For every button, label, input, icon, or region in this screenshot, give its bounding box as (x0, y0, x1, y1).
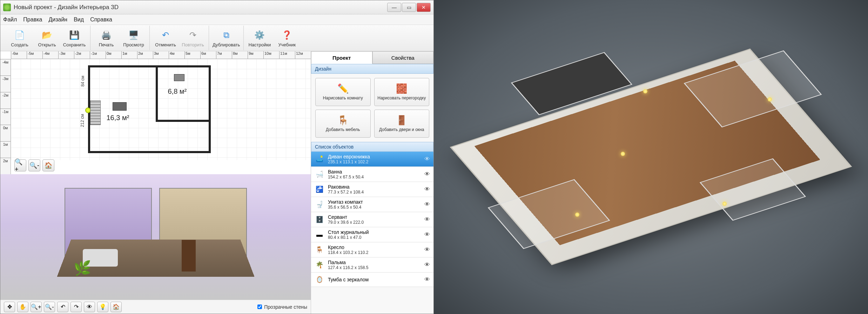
furniture-shelf[interactable] (90, 100, 101, 125)
undo-icon: ↶ (159, 29, 172, 41)
plan-2d-view[interactable]: -6м-5м-4м-3м-2м-1м0м1м2м3м4м5м6м7м8м9м10… (0, 51, 311, 174)
window-controls: — ▭ ✕ (387, 3, 431, 12)
visibility-icon[interactable]: 👁 (424, 186, 430, 192)
draw-wall-button[interactable]: 🧱 Нарисовать перегородку (374, 78, 430, 106)
object-icon: 🛋️ (315, 154, 324, 164)
gear-icon: ⚙️ (253, 29, 266, 41)
object-list-item[interactable]: ▬Стол журнальный80.4 x 80.1 x 47.0👁 (311, 227, 433, 242)
draw-room-button[interactable]: ✏️ Нарисовать комнату (315, 78, 371, 106)
object-list-item[interactable]: 🌴Пальма127.4 x 116.2 x 158.5👁 (311, 257, 433, 273)
visibility-icon[interactable]: 👁 (424, 216, 430, 223)
help-icon: ❓ (281, 29, 293, 41)
home-button[interactable]: 🏠 (42, 159, 54, 171)
menu-help[interactable]: Справка (90, 17, 112, 23)
object-list-item[interactable]: 🗄️Сервант79.0 x 39.6 x 222.0👁 (311, 212, 433, 227)
ruler-tick: -2м (74, 51, 90, 59)
view-3d[interactable]: 🌿 (0, 174, 311, 300)
menu-edit[interactable]: Правка (23, 17, 42, 23)
app-window: Новый проект - Дизайн Интерьера 3D — ▭ ✕… (0, 0, 434, 314)
object-name: Раковина (328, 184, 421, 190)
ruler-tick: 4м (169, 51, 184, 59)
toolbar-save[interactable]: 💾 Сохранить (62, 29, 87, 47)
ruler-tick: 2м (137, 51, 153, 59)
minimize-button[interactable]: — (387, 3, 401, 12)
visibility-icon[interactable]: 👁 (424, 231, 430, 238)
ruler-tick: 2м (0, 158, 11, 174)
tab-properties[interactable]: Свойства (372, 51, 434, 64)
chair-icon: 🪑 (337, 115, 349, 126)
object-icon: 🌴 (315, 260, 324, 270)
object-dimensions: 235.1 x 113.1 x 102.2 (328, 159, 421, 164)
tool-eye[interactable]: 👁 (84, 302, 95, 312)
tool-pan[interactable]: ✋ (17, 302, 28, 312)
maximize-button[interactable]: ▭ (402, 3, 416, 12)
zoom-out-button[interactable]: 🔍- (28, 159, 40, 171)
tool-rotate-left[interactable]: ↶ (57, 302, 68, 312)
ruler-vertical: -4м-3м-2м-1м0м1м2м (0, 59, 11, 174)
wall[interactable] (88, 151, 211, 153)
object-name: Пальма (328, 260, 421, 265)
wall[interactable] (156, 65, 158, 120)
tool-home[interactable]: 🏠 (110, 302, 122, 312)
visibility-icon[interactable]: 👁 (424, 156, 430, 162)
toolbar-undo[interactable]: ↶ Отменить (153, 29, 178, 47)
tool-cursor[interactable]: ✥ (4, 302, 15, 312)
add-furniture-button[interactable]: 🪑 Добавить мебель (315, 110, 371, 138)
toolbar-print[interactable]: 🖨️ Печать (94, 29, 119, 47)
ruler-tick: -1м (0, 109, 11, 125)
add-doors-button[interactable]: 🚪 Добавить двери и окна (374, 110, 430, 138)
wall[interactable] (88, 65, 211, 67)
object-text: Сервант79.0 x 39.6 x 222.0 (328, 214, 421, 225)
toolbar-duplicate[interactable]: ⧉ Дублировать (213, 29, 240, 47)
toolbar-settings[interactable]: ⚙️ Настройки (247, 29, 272, 47)
tool-rotate-right[interactable]: ↷ (70, 302, 82, 312)
visibility-icon[interactable]: 👁 (424, 262, 430, 268)
object-list-item[interactable]: 🚰Раковина77.3 x 57.2 x 108.4👁 (311, 182, 433, 197)
tool-zoom-in[interactable]: 🔍+ (31, 302, 42, 312)
object-dimensions: 127.4 x 116.2 x 158.5 (328, 265, 421, 270)
ruler-horizontal: -6м-5м-4м-3м-2м-1м0м1м2м3м4м5м6м7м8м9м10… (11, 51, 311, 59)
furniture-bath[interactable] (174, 74, 184, 81)
tool-zoom-out[interactable]: 🔍- (44, 302, 55, 312)
menubar: Файл Правка Дизайн Вид Справка (0, 14, 433, 25)
object-list-item[interactable]: 🛁Ванна154.2 x 67.5 x 50.4👁 (311, 167, 433, 182)
wall[interactable] (156, 120, 211, 122)
furniture-sofa[interactable] (113, 102, 127, 111)
toolbar-tutorial[interactable]: ❓ Учебник (275, 29, 299, 47)
tool-light[interactable]: 💡 (97, 302, 108, 312)
object-text: Тумба с зеркалом (328, 277, 421, 282)
tab-project[interactable]: Проект (311, 51, 372, 64)
visibility-icon[interactable]: 👁 (424, 171, 430, 177)
brick-icon: 🧱 (396, 83, 407, 94)
object-text: Ванна154.2 x 67.5 x 50.4 (328, 169, 421, 179)
design-buttons: ✏️ Нарисовать комнату 🧱 Нарисовать перег… (311, 74, 433, 142)
section-design-header: Дизайн (311, 64, 433, 74)
visibility-icon[interactable]: 👁 (424, 201, 430, 208)
visibility-icon[interactable]: 👁 (424, 276, 430, 283)
toolbar-create[interactable]: 📄 Создать (7, 29, 32, 47)
app-icon (3, 4, 11, 11)
toolbar-preview[interactable]: 🖥️ Просмотр (121, 29, 146, 47)
zoom-in-button[interactable]: 🔍+ (14, 159, 26, 171)
visibility-icon[interactable]: 👁 (424, 247, 430, 253)
ruler-tick: -3м (58, 51, 74, 59)
object-text: Унитаз компакт35.6 x 56.5 x 50.4 (328, 199, 421, 210)
menu-design[interactable]: Дизайн (48, 17, 67, 23)
light-point (643, 89, 647, 93)
checkbox-input[interactable] (257, 305, 262, 309)
menu-file[interactable]: Файл (3, 17, 17, 23)
wall[interactable] (209, 65, 211, 153)
ruler-tick: 1м (0, 141, 11, 158)
menu-view[interactable]: Вид (74, 17, 84, 23)
close-button[interactable]: ✕ (417, 3, 431, 12)
ruler-tick: -4м (42, 51, 58, 59)
floorplan[interactable]: 6,8 м² 16,3 м² 84 см 212 см (88, 65, 211, 153)
object-list-item[interactable]: 🪞Тумба с зеркалом👁 (311, 273, 433, 287)
object-list-item[interactable]: 🛋️Диван еврокнижка235.1 x 113.1 x 102.2👁 (311, 152, 433, 167)
titlebar: Новый проект - Дизайн Интерьера 3D — ▭ ✕ (0, 0, 433, 14)
window-title: Новый проект - Дизайн Интерьера 3D (14, 4, 387, 11)
transparent-walls-checkbox[interactable]: Прозрачные стены (257, 304, 307, 310)
toolbar-open[interactable]: 📂 Открыть (35, 29, 59, 47)
object-list-item[interactable]: 🪑Кресло118.4 x 103.2 x 110.2👁 (311, 242, 433, 257)
object-list-item[interactable]: 🚽Унитаз компакт35.6 x 56.5 x 50.4👁 (311, 197, 433, 212)
